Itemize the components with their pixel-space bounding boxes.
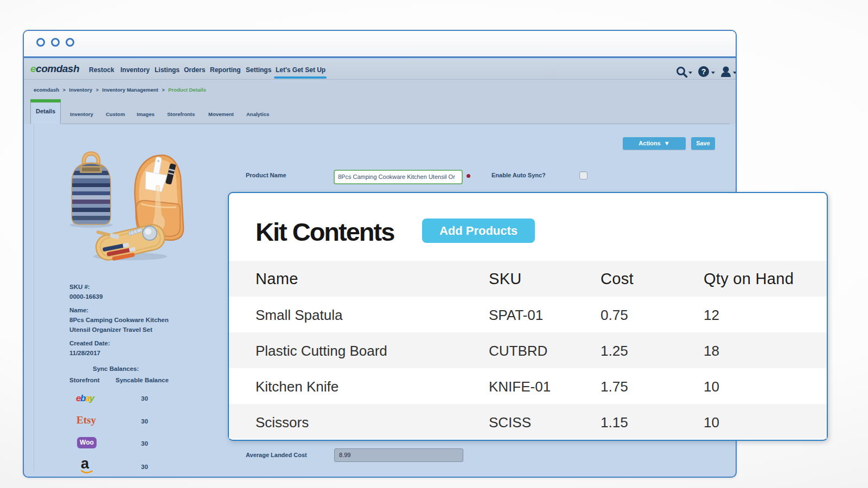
svg-text:?: ? (701, 67, 706, 76)
